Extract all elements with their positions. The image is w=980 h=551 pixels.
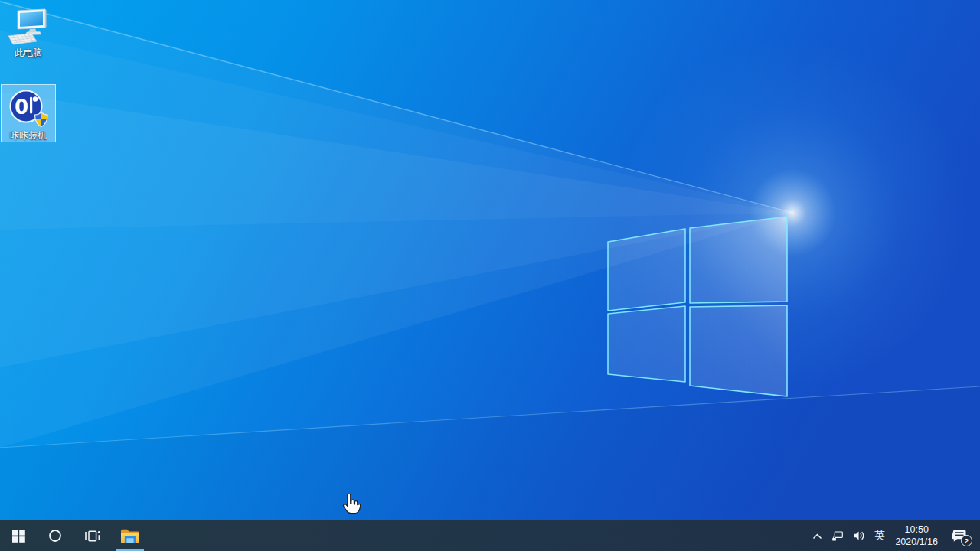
show-desktop-button[interactable] — [975, 520, 980, 551]
task-view-button[interactable] — [74, 520, 110, 551]
notification-badge: 2 — [961, 535, 972, 546]
volume-button[interactable] — [848, 520, 870, 551]
system-tray: 英 10:50 2020/1/16 2 — [808, 520, 980, 551]
action-center-button[interactable]: 2 — [944, 520, 975, 551]
desktop: 此电脑 0 咔咔装机 — [0, 0, 980, 551]
this-pc-icon — [7, 7, 50, 47]
kaka-installer-icon: 0 — [6, 88, 51, 129]
task-view-icon — [83, 529, 101, 543]
chevron-up-icon — [812, 532, 823, 540]
network-button[interactable] — [828, 520, 848, 551]
wallpaper — [0, 0, 980, 520]
clock-time: 10:50 — [905, 523, 929, 536]
file-explorer-icon — [120, 528, 140, 544]
icon-label-kaka-installer: 咔咔装机 — [10, 131, 47, 142]
windows-start-icon — [12, 530, 25, 543]
start-button[interactable] — [0, 520, 37, 551]
kaka-logo-zero: 0 — [15, 96, 28, 119]
icon-label-this-pc: 此电脑 — [15, 48, 42, 59]
search-button[interactable] — [37, 520, 74, 551]
search-circle-icon — [48, 529, 62, 543]
desktop-icon-kaka-installer[interactable]: 0 咔咔装机 — [1, 84, 56, 142]
taskbar: 英 10:50 2020/1/16 2 — [0, 520, 980, 551]
network-ethernet-icon — [831, 528, 844, 543]
windows-logo-wallpaper — [608, 217, 787, 396]
volume-speaker-icon — [852, 528, 866, 543]
uac-shield-icon — [34, 112, 48, 128]
tray-show-hidden-icons-button[interactable] — [808, 520, 828, 551]
taskbar-empty-area — [149, 520, 808, 551]
file-explorer-button[interactable] — [112, 520, 149, 551]
clock[interactable]: 10:50 2020/1/16 — [889, 520, 944, 551]
ime-language-indicator[interactable]: 英 — [870, 520, 890, 551]
hand-cursor — [341, 493, 361, 516]
desktop-icon-this-pc[interactable]: 此电脑 — [1, 3, 56, 60]
clock-date: 2020/1/16 — [895, 536, 938, 548]
